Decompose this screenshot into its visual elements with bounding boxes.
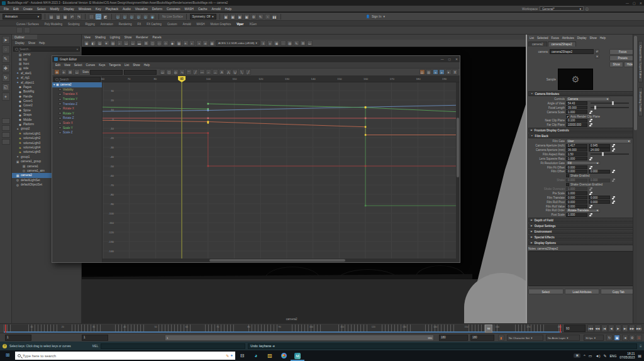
mute-toggle[interactable] <box>58 98 62 101</box>
expand-triangle-icon[interactable]: ▶ <box>531 230 533 233</box>
bookmark-icon[interactable]: ▼ <box>104 40 109 46</box>
outliner-menu-show[interactable]: Show <box>28 42 35 45</box>
viewport-menu-shading[interactable]: Shading <box>95 36 106 39</box>
play-forwards-button[interactable]: ▶ <box>615 325 621 332</box>
ge-tree-camera2[interactable]: ▾ ▦ camera2 <box>52 82 102 87</box>
exposure-icon[interactable]: ± <box>260 40 266 46</box>
shelf-tab-mash[interactable]: MASH <box>196 23 204 26</box>
select-component-icon[interactable]: ◩ <box>103 14 108 19</box>
grid-icon[interactable]: ⊞ <box>300 40 306 46</box>
snap-point-icon[interactable]: ◎ <box>129 14 135 19</box>
volume-icon[interactable]: ◄) <box>596 354 601 358</box>
multisample-icon[interactable]: ▦ <box>209 40 215 46</box>
field-post-scale[interactable]: 1.000 <box>566 213 587 217</box>
close-button[interactable]: ✕ <box>640 1 642 5</box>
render-current-frame-icon[interactable]: ▣ <box>230 14 236 19</box>
checkbox-auto-render-clip-plane[interactable]: ✔ <box>566 115 569 118</box>
lattice-deform-keys-icon[interactable]: ⊞ <box>67 69 73 75</box>
move-tool-icon[interactable]: ✥ <box>2 64 10 72</box>
paint-effects-icon[interactable]: ✎ <box>258 14 264 19</box>
expand-triangle-icon[interactable]: ▶ <box>531 225 533 227</box>
menu-visualize[interactable]: Visualize <box>135 7 148 11</box>
animation-preferences-icon[interactable]: ⚙ <box>629 335 635 341</box>
snap-projected-center-icon[interactable]: ◎ <box>136 14 142 19</box>
shelf-tab-arnold[interactable]: Arnold <box>182 23 191 26</box>
menu-audio[interactable]: Audio <box>123 7 131 11</box>
minimize-button[interactable]: — <box>626 1 629 5</box>
ge-channel-rotate-y[interactable]: Rotate Y <box>52 111 102 116</box>
ae-section-film-back[interactable]: ▼Film Back <box>528 133 636 138</box>
viewport-menu-view[interactable]: View <box>84 36 91 39</box>
ae-menu-selected[interactable]: Selected <box>537 36 548 40</box>
bookmark-icon[interactable]: ▮ <box>498 335 504 341</box>
graph-editor-curve-view[interactable]: 6070809010011012013014015016017018019093… <box>103 76 460 262</box>
go-to-start-button[interactable]: |◀◀ <box>587 325 594 332</box>
grease-pencil-icon[interactable]: ✎ <box>294 40 299 46</box>
xray-icon[interactable]: ▨ <box>287 40 292 46</box>
list-connections-icon[interactable]: ▾ <box>595 54 599 58</box>
symmetry-dropdown[interactable]: Symmetry: Off▾ <box>190 14 216 19</box>
lock-camera-icon[interactable]: ◧ <box>91 40 96 46</box>
select-camera-icon[interactable]: ▣ <box>84 40 89 46</box>
resolution-gate-icon[interactable]: ▭ <box>130 40 136 46</box>
current-frame-field[interactable]: 93 <box>564 325 586 332</box>
isolate-select-icon[interactable]: ◌ <box>280 40 286 46</box>
lasso-tool-icon[interactable]: ◌ <box>2 45 10 53</box>
edge-browser-icon[interactable]: ◕ <box>249 350 263 361</box>
collapse-triangle-icon[interactable]: ▼ <box>531 92 533 95</box>
auto-tangent-icon[interactable]: A <box>219 69 225 75</box>
language-indicator[interactable]: ENG <box>609 354 616 358</box>
right-tab-channel-box-layer-editor[interactable]: Channel Box / Layer Editor <box>638 41 643 82</box>
menu-help[interactable]: Help <box>225 7 231 11</box>
field-film-offset[interactable]: 0.000 <box>566 170 587 174</box>
connection-icon[interactable] <box>589 205 592 208</box>
ge-channel-rotate-x[interactable]: Rotate X <box>52 106 102 111</box>
copy-tab-button[interactable]: Copy Tab <box>601 289 636 294</box>
pen-icon[interactable]: ✎ <box>603 353 606 358</box>
wireframe-icon[interactable]: ◇ <box>163 40 169 46</box>
chrome-browser-icon[interactable] <box>277 350 291 361</box>
pre-infinity-cycle-icon[interactable]: ◂ <box>433 69 438 75</box>
pin-channel-icon[interactable]: ⊼ <box>452 69 458 75</box>
camera-name-field[interactable]: camera2Shape2 <box>550 49 594 54</box>
2d-pan-zoom-icon[interactable]: ⌕ <box>117 40 123 46</box>
expand-triangle-icon[interactable]: ▶ <box>531 219 533 221</box>
expand-arrow-icon[interactable]: ▾ <box>53 83 55 86</box>
field-film-roll-value[interactable]: 0.000 <box>566 204 587 208</box>
motion-blur-icon[interactable]: ≋ <box>203 40 208 46</box>
checkbox-shake-overscan-enabled[interactable] <box>566 183 569 186</box>
ge-channel-scale-x[interactable]: Scale X <box>52 121 102 126</box>
redo-icon[interactable]: ↷ <box>76 14 82 19</box>
post-infinity-cycle-icon[interactable]: ▸ <box>439 69 445 75</box>
ae-menu-help[interactable]: Help <box>600 36 606 40</box>
menu-deform[interactable]: Deform <box>152 7 162 11</box>
menu-create[interactable]: Create <box>23 7 33 11</box>
ge-search-input[interactable]: Search <box>53 77 101 82</box>
character-set-dropdown[interactable]: No Character Set▾ <box>507 335 543 341</box>
render-sequence-icon[interactable]: ▣ <box>244 14 250 19</box>
connection-icon[interactable] <box>589 123 592 126</box>
swap-buffer-curve-icon[interactable]: ▥ <box>426 69 431 75</box>
ae-section-frustum-display-controls[interactable]: ▶Frustum Display Controls <box>528 128 636 133</box>
ae-section-special-effects[interactable]: ▶Special Effects <box>528 235 636 240</box>
ae-tab-camera2shape2[interactable]: camera2Shape2 <box>548 42 576 47</box>
camera-attributes-icon[interactable]: ▤ <box>97 40 103 46</box>
colorspace-dropdown[interactable]: ACES 1.0 SDR-video (sRGB)▾ <box>216 40 260 46</box>
checkbox-shake-enabled[interactable] <box>566 174 569 177</box>
menu-cache[interactable]: Cache <box>198 7 207 11</box>
presets-button[interactable]: Presets <box>609 55 636 61</box>
layout-persp-outliner-button[interactable] <box>2 132 10 138</box>
mute-toggle[interactable] <box>58 112 62 114</box>
ae-section-depth-of-field[interactable]: ▶Depth of Field <box>528 218 636 223</box>
field-chart-icon[interactable]: ⊞ <box>143 40 149 46</box>
menu-key[interactable]: Key <box>96 7 101 11</box>
attribute-editor-scrollbar[interactable] <box>633 35 637 323</box>
toon-icon[interactable]: ◔ <box>265 14 270 19</box>
ge-menu-curves[interactable]: Curves <box>86 64 96 67</box>
connection-icon[interactable] <box>589 187 592 191</box>
graph-editor-titlebar[interactable]: Graph Editor — ▢ ✕ <box>52 56 460 62</box>
region-keys-icon[interactable]: ▭ <box>74 69 80 75</box>
mel-label[interactable]: MEL <box>92 345 99 348</box>
connection-icon[interactable] <box>589 192 592 195</box>
collapse-triangle-icon[interactable]: ▼ <box>531 135 533 137</box>
